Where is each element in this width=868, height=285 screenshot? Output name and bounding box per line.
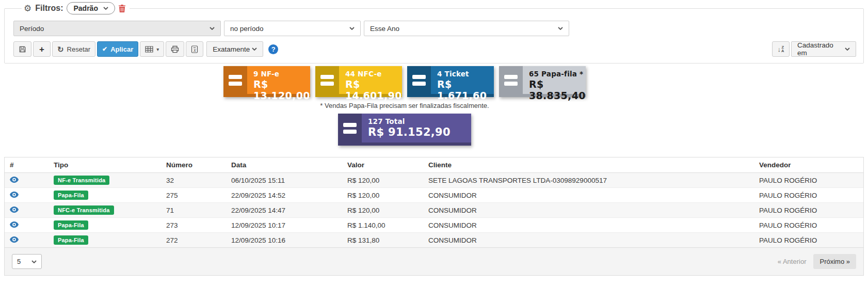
col-header-valor: Valor [342,157,423,173]
card-total: 127 Total R$ 91.152,90 [338,114,471,146]
delete-filter-button[interactable] [119,5,125,12]
export-excel-button[interactable]: x [186,41,203,57]
trash-icon [119,5,125,12]
table-row: NFC-e Transmitida 71 22/09/2025 14:47 R$… [5,203,863,218]
reset-label: Resetar [67,45,91,53]
filter-operator-value: no período [230,25,264,33]
gear-icon: ⚙ [24,4,31,13]
plus-icon: + [39,45,44,54]
match-mode-select[interactable]: Exatamente [206,41,263,57]
card-nfe-value: R$ 13.120,00 [253,78,310,101]
cell-vendedor: PAULO ROGÉRIO [754,173,863,188]
view-sale-button[interactable] [10,221,19,228]
table-grid-icon [145,46,153,53]
page-size-value: 5 [17,258,21,265]
equals-icon [338,114,362,142]
cell-cliente: CONSUMIDOR [423,203,754,218]
check-icon: ✔ [102,45,107,53]
chevron-down-icon [349,27,355,30]
chevron-down-icon [103,7,108,10]
table-row: Papa-Fila 273 12/09/2025 10:17 R$ 1.140,… [5,218,863,233]
status-badge: Papa-Fila [54,191,88,200]
reset-button[interactable]: ↻ Resetar [52,41,95,57]
eye-icon [10,236,19,243]
order-by-select[interactable]: Cadastrado em [791,41,856,57]
cell-numero: 275 [161,188,226,203]
card-nfce-value: R$ 14.601,90 [345,78,402,101]
table-row: Papa-Fila 275 22/09/2025 14:52 R$ 120,00… [5,188,863,203]
cell-valor: R$ 1.140,00 [342,218,423,233]
filters-label: Filtros: [35,4,63,13]
filters-panel: ⚙ Filtros: Padrão Período no período Ess… [4,2,864,64]
view-sale-button[interactable] [10,207,19,213]
col-header-data: Data [226,157,342,173]
save-filter-button[interactable] [13,41,31,57]
table-footer: 5 « Anterior Próximo » [5,247,863,275]
eye-icon [10,177,19,183]
help-icon[interactable]: ? [268,44,278,54]
cell-cliente: CONSUMIDOR [423,233,754,248]
cell-numero: 273 [161,218,226,233]
page-size-select[interactable]: 5 [12,254,42,269]
pagination: « Anterior Próximo » [773,254,856,269]
columns-button[interactable]: ▾ [140,41,164,57]
table-row: NF-e Transmitida 32 06/10/2025 15:11 R$ … [5,173,863,188]
match-mode-value: Exatamente [213,45,250,53]
chevron-down-icon [252,48,257,51]
table-header-row: # Tipo Número Data Valor Cliente Vendedo… [5,157,863,173]
papafila-note: * Vendas Papa-Fila precisam ser finaliza… [320,102,489,109]
apply-label: Aplicar [110,45,133,53]
chevron-down-icon [210,27,215,30]
col-header-tipo: Tipo [49,157,161,173]
col-header-cliente: Cliente [423,157,754,173]
sort-direction-button[interactable]: ↓ ZA [772,41,790,57]
filter-operator-select[interactable]: no período [224,21,361,36]
filters-legend: ⚙ Filtros: Padrão [22,2,130,14]
cell-numero: 272 [161,233,226,248]
apply-button[interactable]: ✔ Aplicar [97,41,138,57]
sort-alpha-desc-icon: ↓ ZA [778,45,784,53]
status-badge: Papa-Fila [54,235,88,245]
filter-field-select[interactable]: Período [13,21,221,36]
card-total-value: R$ 91.152,90 [368,126,469,138]
equals-icon [223,66,247,94]
printer-icon [171,45,179,53]
card-nfe-title: 9 NF-e [253,70,310,78]
status-badge: Papa-Fila [54,220,88,230]
eye-icon [10,192,19,198]
filter-toolbar: + ↻ Resetar ✔ Aplicar ▾ [13,41,856,57]
filter-field-value: Período [20,25,44,33]
table-row: Papa-Fila 272 12/09/2025 10:16 R$ 131,80… [5,233,863,248]
cell-valor: R$ 120,00 [342,188,423,203]
refresh-icon: ↻ [57,45,64,53]
sales-table: # Tipo Número Data Valor Cliente Vendedo… [5,157,863,247]
caret-down-icon: ▾ [156,46,159,52]
cell-data: 12/09/2025 10:17 [226,218,342,233]
add-filter-button[interactable]: + [33,41,51,57]
filter-range-select[interactable]: Esse Ano [364,21,569,36]
print-button[interactable] [166,41,184,57]
cell-data: 22/09/2025 14:52 [226,188,342,203]
cell-numero: 71 [161,203,226,218]
filter-preset-value: Padrão [73,4,98,12]
card-nfe: 9 NF-e R$ 13.120,00 [223,66,310,97]
view-sale-button[interactable] [10,192,19,198]
order-by-value: Cadastrado em [797,41,845,57]
card-ticket: 4 Ticket R$ 1.671,60 [407,66,494,97]
cell-cliente: CONSUMIDOR [423,218,754,233]
cell-vendedor: PAULO ROGÉRIO [754,188,863,203]
equals-icon [499,66,523,94]
view-sale-button[interactable] [10,177,19,183]
pagination-previous-button[interactable]: « Anterior [773,254,812,269]
filter-preset-select[interactable]: Padrão [67,2,115,14]
pagination-next-button[interactable]: Próximo » [813,254,856,269]
cell-valor: R$ 120,00 [342,203,423,218]
sales-table-panel: # Tipo Número Data Valor Cliente Vendedo… [4,157,864,276]
svg-text:x: x [194,47,197,52]
cell-vendedor: PAULO ROGÉRIO [754,203,863,218]
view-sale-button[interactable] [10,236,19,243]
filter-selects-row: Período no período Esse Ano [13,21,856,36]
cell-valor: R$ 131,80 [342,233,423,248]
card-ticket-title: 4 Ticket [437,70,492,78]
chevron-down-icon [845,48,850,51]
